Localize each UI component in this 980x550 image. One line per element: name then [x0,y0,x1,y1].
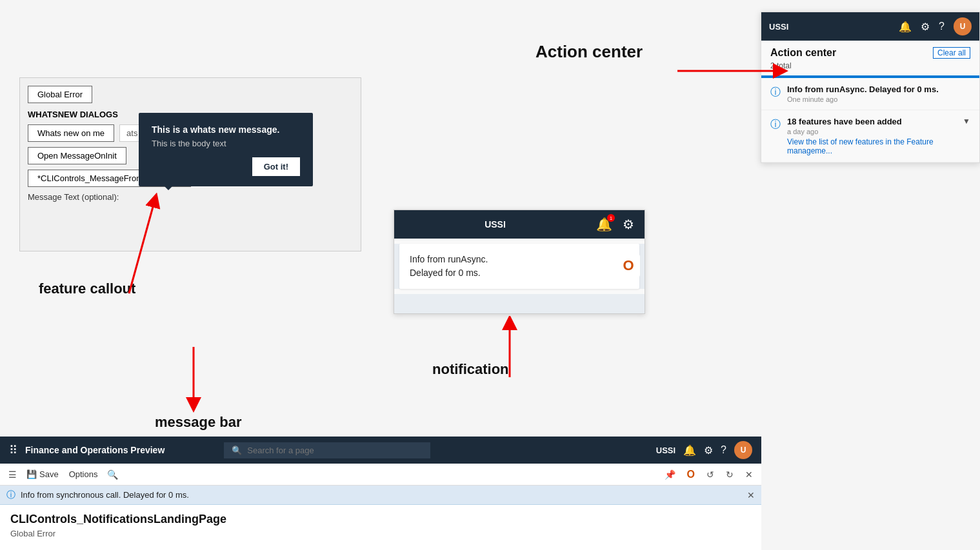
ac-ussi: USSI [769,22,788,32]
notification-gear-icon[interactable]: ⚙ [623,217,634,232]
fo-right-icons: USSI 🔔 ⚙ ? U [656,441,752,459]
action-center-body: Action center Clear all 2 total ⓘ Info f… [761,41,979,162]
callout-popup-title: This is a whats new message. [152,124,300,135]
ac-item-0-icon: ⓘ [770,86,781,99]
whatsnew-button[interactable]: Whats new on me [28,124,114,142]
fo-toolbar: ☰ 💾 Save Options 🔍 📌 O ↺ ↻ ✕ [0,464,761,486]
fo-toolbar-right: 📌 O ↺ ↻ ✕ [661,467,756,482]
action-center-panel: USSI 🔔 ⚙ ? U Action center Clear all 2 t… [761,12,980,163]
fo-grid-icon[interactable]: ⠿ [9,443,17,457]
bottom-bar-area: ⠿ Finance and Operations Preview 🔍 USSI … [0,437,761,550]
message-bar-label: message bar [155,414,242,431]
action-center-label: Action center [535,42,643,62]
notification-header: USSI 🔔 1 ⚙ [394,210,645,239]
notification-body: Info from runAsync. Delayed for 0 ms. × [394,244,645,289]
ac-item-0-content: Info from runAsync. Delayed for 0 ms. On… [787,84,939,103]
fo-message-text: Info from synchronous call. Delayed for … [21,490,189,500]
fo-refresh-icon[interactable]: ↺ [703,467,717,482]
fo-close-icon[interactable]: ✕ [742,467,756,482]
ac-title-row: Action center Clear all [761,41,979,61]
fo-gear-icon[interactable]: ⚙ [704,444,713,457]
notification-label: notification [432,361,509,378]
ac-help-icon[interactable]: ? [939,21,945,32]
fo-content: CLIControls_NotificationsLandingPage Glo… [0,505,761,550]
notification-card: Info from runAsync. Delayed for 0 ms. × [399,244,639,289]
notification-ussi: USSI [485,219,506,230]
fo-search-toolbar-icon[interactable]: 🔍 [104,467,121,482]
ac-title: Action center [770,47,836,59]
fo-search-box: 🔍 [224,442,430,458]
fo-ussi: USSI [656,446,675,455]
fo-hamburger-icon[interactable]: ☰ [5,467,20,482]
msg-text-label: Message Text (optional): [28,192,353,202]
fo-message-close-icon[interactable]: ✕ [747,490,755,500]
ac-bell-icon[interactable]: 🔔 [899,21,912,33]
message-bar-arrow [174,347,213,418]
ac-item-1-desc[interactable]: View the list of new features in the Fea… [787,137,956,155]
ac-gear-icon[interactable]: ⚙ [921,21,930,33]
notification-footer [394,294,645,313]
ac-clear-all-button[interactable]: Clear all [933,47,970,59]
notification-card-text: Info from runAsync. Delayed for 0 ms. [410,253,488,280]
fo-search-input[interactable] [247,446,423,455]
fo-avatar[interactable]: U [734,441,752,459]
fo-search-icon: 🔍 [232,446,242,455]
fo-page-title: CLIControls_NotificationsLandingPage [10,513,751,526]
fo-forward-icon[interactable]: ↻ [723,467,737,482]
fo-topbar: ⠿ Finance and Operations Preview 🔍 USSI … [0,437,761,464]
callout-popup-body: This is the body text [152,139,300,148]
ac-item-0-time: One minute ago [787,95,939,103]
action-center-topbar: USSI 🔔 ⚙ ? U [761,12,979,41]
fo-bell-icon[interactable]: 🔔 [683,444,696,457]
callout-popup: This is a whats new message. This is the… [139,113,313,186]
open-msg-button[interactable]: Open MessageOnInit [28,147,126,164]
ac-avatar[interactable]: U [954,17,972,35]
fo-page-subtitle: Global Error [10,529,751,538]
fo-help-icon[interactable]: ? [721,444,726,456]
ac-item-1-content: 18 features have been added a day ago Vi… [787,117,956,155]
ac-item-1: ⓘ 18 features have been added a day ago … [761,110,979,162]
fo-title: Finance and Operations Preview [25,445,165,455]
office-icon: O [617,254,640,277]
fo-pin-icon[interactable]: 📌 [661,467,679,482]
fo-msg-info-icon: ⓘ [6,489,15,501]
ac-item-1-time: a day ago [787,128,956,135]
notification-bell-icon[interactable]: 🔔 1 [596,217,612,232]
fo-message-bar: ⓘ Info from synchronous call. Delayed fo… [0,486,761,505]
ac-item-1-title: 18 features have been added [787,117,956,126]
feature-callout-label: feature callout [39,280,135,297]
fo-save-icon: 💾 [26,469,37,479]
notification-area: USSI 🔔 1 ⚙ Info from runAsync. Delayed f… [394,210,645,314]
ac-total: 2 total [761,61,979,75]
ac-expand-icon[interactable]: ▼ [963,117,970,126]
ac-item-0: ⓘ Info from runAsync. Delayed for 0 ms. … [761,78,979,110]
ac-item-0-title: Info from runAsync. Delayed for 0 ms. [787,84,939,94]
ac-item-1-icon: ⓘ [770,118,781,132]
fo-office-toolbar-icon[interactable]: O [684,467,698,482]
notification-badge: 1 [607,214,615,222]
fo-save-button[interactable]: 💾 Save [23,468,63,480]
fo-options-button[interactable]: Options [65,468,102,480]
global-error-button[interactable]: Global Error [28,86,92,103]
got-it-button[interactable]: Got it! [252,157,300,176]
